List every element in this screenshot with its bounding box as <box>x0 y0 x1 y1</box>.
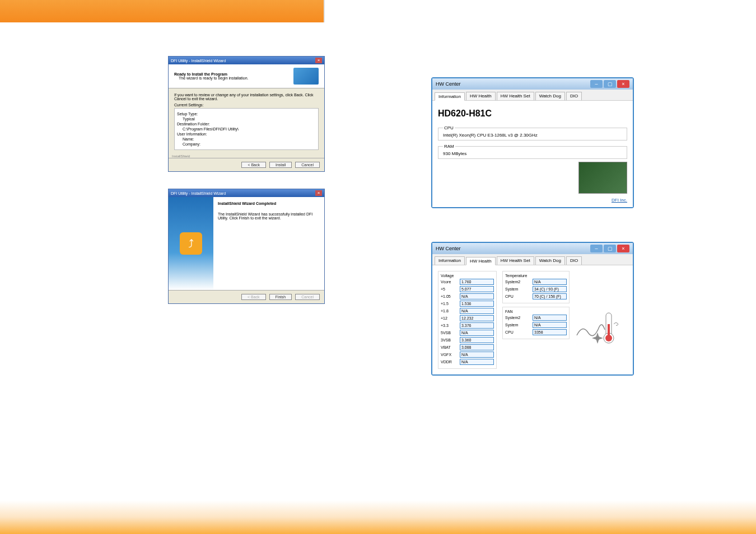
close-icon[interactable]: × <box>617 245 629 252</box>
minimize-icon[interactable]: – <box>590 80 603 88</box>
fan-row: System2N/A <box>505 315 567 321</box>
tab-information[interactable]: Information <box>435 92 465 101</box>
temp-value: 34 (C) / 93 (F) <box>533 286 567 292</box>
ram-value: 930 MBytes <box>443 151 466 156</box>
minimize-icon[interactable]: – <box>590 245 603 252</box>
voltage-row: VBAT3.088 <box>441 344 494 350</box>
wizard-side-image: ⤴ <box>169 197 213 290</box>
wizard-title-text: DFI Utility - InstallShield Wizard <box>171 59 226 63</box>
voltage-row: +1.05N/A <box>441 293 494 299</box>
cancel-button[interactable]: Cancel <box>295 162 320 168</box>
voltage-row: +1.51.536 <box>441 301 494 307</box>
temperature-row: System34 (C) / 93 (F) <box>505 286 567 292</box>
wizard-footer: < Back Install Cancel <box>169 158 324 171</box>
voltage-name: VBAT <box>441 345 451 349</box>
install-button[interactable]: Install <box>269 162 292 168</box>
wizard-body: If you want to review or change any of y… <box>169 88 324 154</box>
voltage-name: 5VSB <box>441 331 451 335</box>
dfi-link[interactable]: DFI Inc. <box>612 198 627 203</box>
hw-tabs: Information HW Health HW Health Set Watc… <box>432 90 633 101</box>
temp-name: CPU <box>505 294 514 298</box>
cpu-legend: CPU <box>443 125 455 130</box>
wizard-heading: Ready to Install the Program <box>174 72 249 76</box>
settings-label: Current Settings: <box>174 103 319 107</box>
motherboard-image <box>578 162 627 194</box>
cancel-button: Cancel <box>295 294 320 300</box>
wizard-title-bar: DFI Utility - InstallShield Wizard × <box>169 189 324 197</box>
voltage-value: N/A <box>460 352 494 358</box>
voltage-row: +1212.232 <box>441 315 494 321</box>
voltage-name: +1.5 <box>441 302 449 306</box>
ram-fieldset: RAM 930 MBytes <box>438 144 627 159</box>
close-icon[interactable]: × <box>617 80 629 88</box>
maximize-icon[interactable]: ▢ <box>604 245 616 252</box>
tab-dio[interactable]: DIO <box>566 256 582 265</box>
svg-point-3 <box>605 335 612 341</box>
wizard-title-bar: DFI Utility - InstallShield Wizard × <box>169 57 324 64</box>
thermometer-icon <box>571 307 622 346</box>
wizard-content: InstallShield Wizard Completed The Insta… <box>213 197 324 290</box>
ram-legend: RAM <box>443 144 455 149</box>
voltage-row: 5VSBN/A <box>441 330 494 336</box>
tab-hw-health-set[interactable]: HW Health Set <box>497 256 534 265</box>
voltage-name: 3VSB <box>441 338 451 342</box>
voltage-value: 3.360 <box>460 337 494 343</box>
voltage-value: 3.088 <box>460 344 494 350</box>
temp-name: System2 <box>505 280 520 284</box>
tab-hw-health[interactable]: HW Health <box>466 257 496 265</box>
tab-watch-dog[interactable]: Watch Dog <box>535 92 565 100</box>
page-bottom-gradient <box>0 500 756 534</box>
installer-icon <box>293 68 319 85</box>
hw-title-bar: HW Center – ▢ × <box>432 243 633 254</box>
setup-type-label: Setup Type: <box>177 112 316 116</box>
voltage-name: +5 <box>441 287 445 291</box>
tab-watch-dog[interactable]: Watch Dog <box>535 256 565 265</box>
wizard-header: Ready to Install the Program The wizard … <box>169 64 324 88</box>
temp-value: 70 (C) / 158 (F) <box>533 293 567 299</box>
fan-value: 3358 <box>533 329 567 335</box>
hw-title-text: HW Center <box>436 246 461 251</box>
voltage-row: VGFXN/A <box>441 352 494 358</box>
hw-health-body: Voltage Vcore1.760+55.077+1.05N/A+1.51.5… <box>432 265 633 374</box>
back-button[interactable]: < Back <box>241 162 266 168</box>
tab-hw-health-set[interactable]: HW Health Set <box>497 92 534 100</box>
voltage-value: 5.077 <box>460 286 494 292</box>
voltage-row: Vcore1.760 <box>441 279 494 285</box>
board-name: HD620-H81C <box>438 109 627 119</box>
close-icon[interactable]: × <box>315 58 322 63</box>
company-label: Company: <box>183 142 316 146</box>
tab-hw-health[interactable]: HW Health <box>466 92 496 100</box>
setup-type-value: Typical <box>183 117 316 121</box>
voltage-value: N/A <box>460 293 494 299</box>
page-top-white <box>324 0 756 22</box>
wizard-subheading: The wizard is ready to begin installatio… <box>179 76 249 80</box>
fan-name: System <box>505 323 518 327</box>
voltage-label: Voltage <box>441 274 494 278</box>
fan-value: N/A <box>533 322 567 328</box>
voltage-value: 1.536 <box>460 301 494 307</box>
tab-dio[interactable]: DIO <box>566 92 582 100</box>
close-icon[interactable]: × <box>315 190 322 196</box>
install-wizard-step4: DFI Utility - InstallShield Wizard × Rea… <box>168 56 325 172</box>
finish-button[interactable]: Finish <box>269 294 292 300</box>
back-button: < Back <box>241 294 266 300</box>
cpu-value: Intel(R) Xeon(R) CPU E3-1268L v3 @ 2.30G… <box>443 133 538 138</box>
maximize-icon[interactable]: ▢ <box>604 80 616 88</box>
box-icon: ⤴ <box>180 232 202 255</box>
tab-information[interactable]: Information <box>435 256 465 265</box>
fan-name: System2 <box>505 316 520 320</box>
voltage-name: +12 <box>441 316 447 320</box>
hw-center-hw-health: HW Center – ▢ × Information HW Health HW… <box>431 242 634 376</box>
voltage-row: +1.8N/A <box>441 308 494 314</box>
voltage-name: +1.05 <box>441 294 451 298</box>
fan-label: FAN <box>505 310 567 313</box>
voltage-name: +1.8 <box>441 309 449 313</box>
voltage-name: +3.3 <box>441 324 449 327</box>
voltage-row: 3VSB3.360 <box>441 337 494 343</box>
temperature-row: System2N/A <box>505 279 567 285</box>
name-label: Name: <box>183 137 316 141</box>
settings-panel: Setup Type: Typical Destination Folder: … <box>174 108 319 150</box>
user-info-label: User Information: <box>177 132 316 136</box>
voltage-row: VDDRN/A <box>441 359 494 365</box>
voltage-value: N/A <box>460 308 494 314</box>
